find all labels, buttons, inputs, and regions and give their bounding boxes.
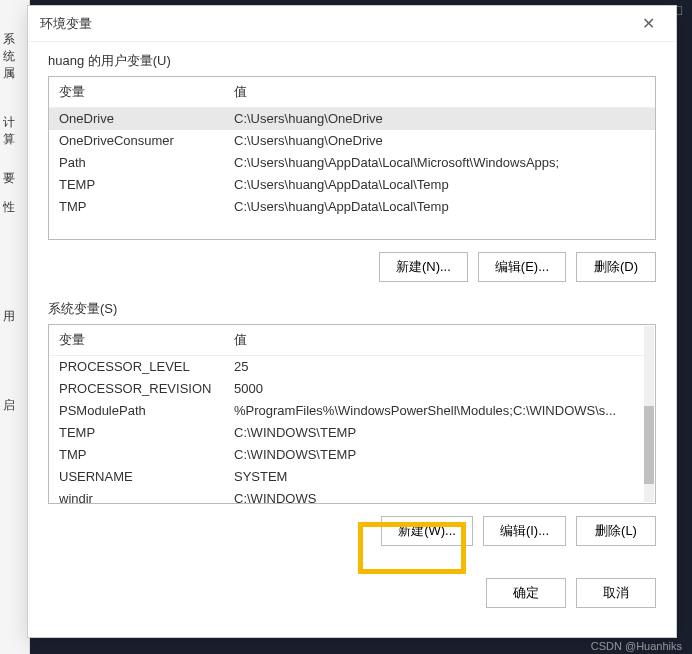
- system-new-button[interactable]: 新建(W)...: [381, 516, 473, 546]
- col-value-header: 值: [234, 331, 645, 349]
- cancel-button[interactable]: 取消: [576, 578, 656, 608]
- ok-button[interactable]: 确定: [486, 578, 566, 608]
- close-icon[interactable]: ✕: [632, 10, 664, 38]
- user-vars-section: huang 的用户变量(U) 变量 值 OneDrive C:\Users\hu…: [48, 52, 656, 282]
- scrollbar[interactable]: [644, 326, 654, 502]
- dialog-title: 环境变量: [40, 15, 632, 33]
- table-row[interactable]: PSModulePath %ProgramFiles%\WindowsPower…: [49, 400, 655, 422]
- list-header: 变量 值: [49, 77, 655, 108]
- system-vars-list[interactable]: 变量 值 PROCESSOR_LEVEL 25 PROCESSOR_REVISI…: [48, 324, 656, 504]
- watermark: CSDN @Huanhiks: [591, 640, 682, 652]
- bg-sidebar: 系统属 计算 要 性 用 启: [0, 25, 29, 420]
- table-row[interactable]: PROCESSOR_REVISION 5000: [49, 378, 655, 400]
- table-row[interactable]: TEMP C:\Users\huang\AppData\Local\Temp: [49, 174, 655, 196]
- scrollbar-thumb[interactable]: [644, 406, 654, 484]
- user-vars-label: huang 的用户变量(U): [48, 52, 656, 70]
- system-vars-label: 系统变量(S): [48, 300, 656, 318]
- system-edit-button[interactable]: 编辑(I)...: [483, 516, 566, 546]
- table-row[interactable]: Path C:\Users\huang\AppData\Local\Micros…: [49, 152, 655, 174]
- table-row[interactable]: OneDriveConsumer C:\Users\huang\OneDrive: [49, 130, 655, 152]
- system-vars-section: 系统变量(S) 变量 值 PROCESSOR_LEVEL 25 PROCESSO…: [48, 300, 656, 546]
- env-dialog: 环境变量 ✕ huang 的用户变量(U) 变量 值 OneDrive C:\U…: [27, 5, 677, 638]
- table-row[interactable]: USERNAME SYSTEM: [49, 466, 655, 488]
- col-name-header: 变量: [59, 83, 234, 101]
- table-row[interactable]: PROCESSOR_LEVEL 25: [49, 356, 655, 378]
- table-row[interactable]: windir C:\WINDOWS: [49, 488, 655, 504]
- table-row[interactable]: OneDrive C:\Users\huang\OneDrive: [49, 108, 655, 130]
- user-edit-button[interactable]: 编辑(E)...: [478, 252, 566, 282]
- col-value-header: 值: [234, 83, 645, 101]
- titlebar: 环境变量 ✕: [28, 6, 676, 42]
- list-header: 变量 值: [49, 325, 655, 356]
- table-row[interactable]: TEMP C:\WINDOWS\TEMP: [49, 422, 655, 444]
- table-row[interactable]: TMP C:\WINDOWS\TEMP: [49, 444, 655, 466]
- col-name-header: 变量: [59, 331, 234, 349]
- user-delete-button[interactable]: 删除(D): [576, 252, 656, 282]
- system-delete-button[interactable]: 删除(L): [576, 516, 656, 546]
- user-vars-list[interactable]: 变量 值 OneDrive C:\Users\huang\OneDrive On…: [48, 76, 656, 240]
- table-row[interactable]: TMP C:\Users\huang\AppData\Local\Temp: [49, 196, 655, 218]
- user-new-button[interactable]: 新建(N)...: [379, 252, 468, 282]
